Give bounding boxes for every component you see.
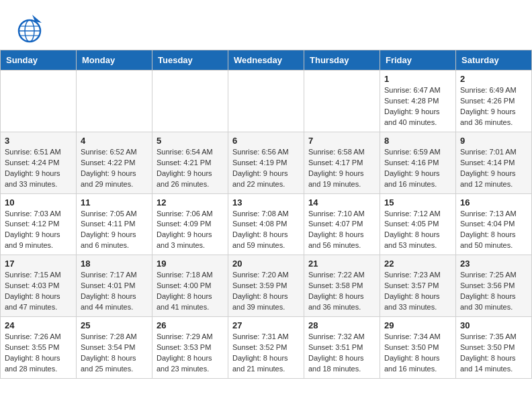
header-row: Sunday Monday Tuesday Wednesday Thursday…: [1, 50, 532, 71]
day-number: 25: [81, 320, 148, 330]
table-row: 12Sunrise: 7:06 AM Sunset: 4:09 PM Dayli…: [152, 193, 228, 255]
day-number: 27: [232, 320, 300, 330]
day-number: 22: [384, 259, 451, 269]
day-info: Sunrise: 7:28 AM Sunset: 3:54 PM Dayligh…: [81, 332, 148, 375]
table-row: 9Sunrise: 7:01 AM Sunset: 4:14 PM Daylig…: [456, 132, 532, 193]
day-info: Sunrise: 7:05 AM Sunset: 4:11 PM Dayligh…: [81, 209, 148, 252]
day-number: 26: [157, 320, 224, 330]
col-saturday: Saturday: [456, 50, 532, 71]
calendar-week-row: 24Sunrise: 7:26 AM Sunset: 3:55 PM Dayli…: [1, 317, 532, 379]
day-info: Sunrise: 7:23 AM Sunset: 3:57 PM Dayligh…: [384, 270, 451, 313]
day-number: 17: [5, 259, 72, 269]
day-number: 18: [81, 259, 148, 269]
day-info: Sunrise: 6:47 AM Sunset: 4:28 PM Dayligh…: [384, 85, 451, 128]
col-wednesday: Wednesday: [228, 50, 304, 71]
day-info: Sunrise: 7:06 AM Sunset: 4:09 PM Dayligh…: [157, 209, 224, 252]
day-number: 13: [232, 197, 300, 208]
day-info: Sunrise: 7:13 AM Sunset: 4:04 PM Dayligh…: [460, 209, 527, 252]
day-info: Sunrise: 7:34 AM Sunset: 3:50 PM Dayligh…: [384, 332, 451, 375]
calendar-week-row: 1Sunrise: 6:47 AM Sunset: 4:28 PM Daylig…: [1, 71, 532, 132]
col-tuesday: Tuesday: [152, 50, 228, 71]
table-row: 23Sunrise: 7:25 AM Sunset: 3:56 PM Dayli…: [456, 255, 532, 317]
day-info: Sunrise: 7:35 AM Sunset: 3:50 PM Dayligh…: [460, 332, 527, 375]
table-row: 24Sunrise: 7:26 AM Sunset: 3:55 PM Dayli…: [1, 317, 77, 379]
table-row: 19Sunrise: 7:18 AM Sunset: 4:00 PM Dayli…: [152, 255, 228, 317]
day-info: Sunrise: 6:52 AM Sunset: 4:22 PM Dayligh…: [81, 147, 148, 190]
table-row: [77, 71, 152, 132]
day-number: 9: [460, 136, 527, 146]
day-info: Sunrise: 7:20 AM Sunset: 3:59 PM Dayligh…: [232, 270, 300, 313]
logo: [13, 12, 50, 44]
table-row: 25Sunrise: 7:28 AM Sunset: 3:54 PM Dayli…: [77, 317, 152, 379]
day-info: Sunrise: 6:54 AM Sunset: 4:21 PM Dayligh…: [157, 147, 224, 190]
day-number: 1: [384, 74, 451, 84]
day-number: 10: [5, 197, 72, 208]
day-number: 8: [384, 136, 451, 146]
table-row: 15Sunrise: 7:12 AM Sunset: 4:05 PM Dayli…: [380, 193, 456, 255]
table-row: 1Sunrise: 6:47 AM Sunset: 4:28 PM Daylig…: [380, 71, 456, 132]
day-number: 21: [308, 259, 375, 269]
day-number: 15: [384, 197, 451, 208]
day-info: Sunrise: 7:26 AM Sunset: 3:55 PM Dayligh…: [5, 332, 72, 375]
col-sunday: Sunday: [1, 50, 77, 71]
table-row: [304, 71, 380, 132]
day-number: 14: [308, 197, 375, 208]
table-row: 3Sunrise: 6:51 AM Sunset: 4:24 PM Daylig…: [1, 132, 77, 193]
table-row: 11Sunrise: 7:05 AM Sunset: 4:11 PM Dayli…: [77, 193, 152, 255]
table-row: 2Sunrise: 6:49 AM Sunset: 4:26 PM Daylig…: [456, 71, 532, 132]
day-number: 16: [460, 197, 527, 208]
table-row: 4Sunrise: 6:52 AM Sunset: 4:22 PM Daylig…: [77, 132, 152, 193]
day-number: 2: [460, 74, 527, 84]
day-number: 20: [232, 259, 300, 269]
day-number: 12: [157, 197, 224, 208]
day-number: 30: [460, 320, 527, 330]
table-row: 26Sunrise: 7:29 AM Sunset: 3:53 PM Dayli…: [152, 317, 228, 379]
table-row: [1, 71, 77, 132]
calendar-week-row: 3Sunrise: 6:51 AM Sunset: 4:24 PM Daylig…: [1, 132, 532, 193]
day-number: 6: [232, 136, 300, 146]
day-info: Sunrise: 7:25 AM Sunset: 3:56 PM Dayligh…: [460, 270, 527, 313]
table-row: 27Sunrise: 7:31 AM Sunset: 3:52 PM Dayli…: [228, 317, 304, 379]
day-number: 29: [384, 320, 451, 330]
day-info: Sunrise: 7:15 AM Sunset: 4:03 PM Dayligh…: [5, 270, 72, 313]
table-row: 8Sunrise: 6:59 AM Sunset: 4:16 PM Daylig…: [380, 132, 456, 193]
day-number: 23: [460, 259, 527, 269]
day-info: Sunrise: 6:56 AM Sunset: 4:19 PM Dayligh…: [232, 147, 300, 190]
col-thursday: Thursday: [304, 50, 380, 71]
table-row: 10Sunrise: 7:03 AM Sunset: 4:12 PM Dayli…: [1, 193, 77, 255]
table-row: [228, 71, 304, 132]
day-info: Sunrise: 7:32 AM Sunset: 3:51 PM Dayligh…: [308, 332, 375, 375]
day-info: Sunrise: 6:59 AM Sunset: 4:16 PM Dayligh…: [384, 147, 451, 190]
col-monday: Monday: [77, 50, 152, 71]
day-number: 28: [308, 320, 375, 330]
day-info: Sunrise: 7:17 AM Sunset: 4:01 PM Dayligh…: [81, 270, 148, 313]
day-info: Sunrise: 7:12 AM Sunset: 4:05 PM Dayligh…: [384, 209, 451, 252]
table-row: 20Sunrise: 7:20 AM Sunset: 3:59 PM Dayli…: [228, 255, 304, 317]
day-info: Sunrise: 6:51 AM Sunset: 4:24 PM Dayligh…: [5, 147, 72, 190]
day-number: 4: [81, 136, 148, 146]
day-number: 7: [308, 136, 375, 146]
col-friday: Friday: [380, 50, 456, 71]
day-number: 5: [157, 136, 224, 146]
logo-icon: [13, 12, 46, 44]
day-info: Sunrise: 7:10 AM Sunset: 4:07 PM Dayligh…: [308, 209, 375, 252]
day-info: Sunrise: 7:01 AM Sunset: 4:14 PM Dayligh…: [460, 147, 527, 190]
day-number: 3: [5, 136, 72, 146]
day-number: 11: [81, 197, 148, 208]
calendar-week-row: 17Sunrise: 7:15 AM Sunset: 4:03 PM Dayli…: [1, 255, 532, 317]
table-row: 13Sunrise: 7:08 AM Sunset: 4:08 PM Dayli…: [228, 193, 304, 255]
table-row: 28Sunrise: 7:32 AM Sunset: 3:51 PM Dayli…: [304, 317, 380, 379]
calendar-body: 1Sunrise: 6:47 AM Sunset: 4:28 PM Daylig…: [1, 71, 532, 379]
day-info: Sunrise: 7:03 AM Sunset: 4:12 PM Dayligh…: [5, 209, 72, 252]
table-row: 14Sunrise: 7:10 AM Sunset: 4:07 PM Dayli…: [304, 193, 380, 255]
day-number: 19: [157, 259, 224, 269]
table-row: 5Sunrise: 6:54 AM Sunset: 4:21 PM Daylig…: [152, 132, 228, 193]
table-row: 18Sunrise: 7:17 AM Sunset: 4:01 PM Dayli…: [77, 255, 152, 317]
table-row: 7Sunrise: 6:58 AM Sunset: 4:17 PM Daylig…: [304, 132, 380, 193]
table-row: 17Sunrise: 7:15 AM Sunset: 4:03 PM Dayli…: [1, 255, 77, 317]
calendar-header: Sunday Monday Tuesday Wednesday Thursday…: [1, 50, 532, 71]
day-info: Sunrise: 7:29 AM Sunset: 3:53 PM Dayligh…: [157, 332, 224, 375]
table-row: 21Sunrise: 7:22 AM Sunset: 3:58 PM Dayli…: [304, 255, 380, 317]
day-info: Sunrise: 6:49 AM Sunset: 4:26 PM Dayligh…: [460, 85, 527, 128]
day-number: 24: [5, 320, 72, 330]
